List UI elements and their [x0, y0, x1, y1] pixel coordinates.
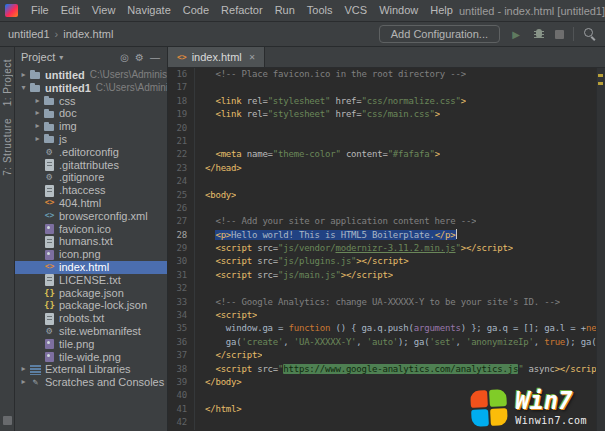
tool-strip-project-tab[interactable]: 1: Project	[2, 59, 13, 106]
code-line-26[interactable]: 26	[168, 202, 605, 215]
tree-item-site.webmanifest[interactable]: ⚙site.webmanifest	[15, 325, 167, 338]
project-panel-title[interactable]: Project	[21, 51, 55, 63]
chevron-right-icon[interactable]: ▸	[18, 376, 29, 389]
stop-icon[interactable]	[555, 30, 564, 39]
tree-item-index.html[interactable]: <>index.html	[15, 261, 167, 274]
code-line-16[interactable]: 16 <!-- Place favicon.ico in the root di…	[168, 68, 605, 81]
tree-item-package.json[interactable]: {}package.json	[15, 287, 167, 300]
menu-item-view[interactable]: View	[86, 0, 122, 21]
menu-item-edit[interactable]: Edit	[55, 0, 86, 21]
menu-item-help[interactable]: Help	[424, 0, 459, 21]
menu-item-tools[interactable]: Tools	[301, 0, 339, 21]
code-line-32[interactable]: 32	[168, 282, 605, 295]
error-stripe[interactable]	[596, 68, 605, 431]
code-line-35[interactable]: 35 window.ga = function () { ga.q.push(a…	[168, 322, 605, 335]
breadcrumb-project[interactable]: untitled1	[8, 28, 50, 40]
tree-item-robots.txt[interactable]: robots.txt	[15, 312, 167, 325]
chevron-right-icon[interactable]: ▸	[32, 120, 43, 133]
line-number: 18	[168, 95, 195, 108]
code-line-19[interactable]: 19 <link rel="stylesheet" href="css/main…	[168, 108, 605, 121]
navigation-bar: untitled1 › index.html Add Configuration…	[0, 22, 605, 47]
tree-item-browserconfig.xml[interactable]: <>browserconfig.xml	[15, 210, 167, 223]
code-line-23[interactable]: 23</head>	[168, 162, 605, 175]
code-line-18[interactable]: 18 <link rel="stylesheet" href="css/norm…	[168, 95, 605, 108]
tree-item-untitled1[interactable]: ▾untitled1C:\Users\Administrat	[15, 82, 167, 95]
tool-strip-structure-tab[interactable]: 7: Structure	[2, 118, 13, 176]
chevron-right-icon[interactable]: ▸	[18, 69, 29, 82]
code-line-21[interactable]: 21	[168, 135, 605, 148]
menu-item-vcs[interactable]: VCS	[339, 0, 374, 21]
code-line-17[interactable]: 17	[168, 81, 605, 94]
chevron-down-icon[interactable]: ▾	[59, 53, 63, 62]
menu-item-refactor[interactable]: Refactor	[215, 0, 269, 21]
search-icon[interactable]	[583, 27, 597, 41]
tree-item-tile-wide.png[interactable]: tile-wide.png	[15, 351, 167, 364]
menu-item-run[interactable]: Run	[269, 0, 301, 21]
add-configuration-button[interactable]: Add Configuration...	[379, 25, 500, 43]
code-line-27[interactable]: 27 <!-- Add your site or application con…	[168, 215, 605, 228]
warning-mark[interactable]	[598, 74, 603, 77]
code-line-20[interactable]: 20	[168, 122, 605, 135]
tree-item-.editorconfig[interactable]: ⚙.editorconfig	[15, 146, 167, 159]
tree-item-doc[interactable]: ▸doc	[15, 107, 167, 120]
warning-mark[interactable]	[598, 82, 603, 85]
settings-gear-icon[interactable]: ⚙	[134, 52, 145, 63]
code-line-25[interactable]: 25<body>	[168, 189, 605, 202]
code-editor[interactable]: 16 <!-- Place favicon.ico in the root di…	[168, 68, 605, 431]
tree-item-external-libraries[interactable]: ▸External Libraries	[15, 363, 167, 376]
tree-item-humans.txt[interactable]: humans.txt	[15, 235, 167, 248]
chevron-right-icon[interactable]: ▸	[32, 95, 43, 108]
menu-item-code[interactable]: Code	[177, 0, 215, 21]
tree-item-.gitignore[interactable]: ⚙.gitignore	[15, 171, 167, 184]
chevron-right-icon[interactable]: ▸	[32, 133, 43, 146]
tree-item-img[interactable]: ▸img	[15, 120, 167, 133]
code-line-31[interactable]: 31 <script src="js/main.js"></script>	[168, 269, 605, 282]
tree-item-package-lock.json[interactable]: {}package-lock.json	[15, 299, 167, 312]
locate-file-icon[interactable]: ◎	[119, 52, 130, 63]
run-icon[interactable]: ▶	[509, 27, 523, 41]
menu-item-window[interactable]: Window	[373, 0, 424, 21]
menu-item-file[interactable]: File	[25, 0, 55, 21]
chevron-right-icon[interactable]: ▸	[18, 363, 29, 376]
code-line-28[interactable]: 28 <p>Hello world! This is HTML5 Boilerp…	[168, 229, 605, 242]
tree-item-.gitattributes[interactable]: .gitattributes	[15, 159, 167, 172]
tab-close-icon[interactable]: ✕	[249, 53, 256, 62]
code-text: </head>	[195, 162, 242, 175]
chevron-right-icon[interactable]: ▸	[32, 107, 43, 120]
tree-item-untitled[interactable]: ▸untitledC:\Users\Administrato	[15, 69, 167, 82]
code-line-38[interactable]: 38 <script src="https://www.google-analy…	[168, 363, 605, 376]
tree-item-license.txt[interactable]: LICENSE.txt	[15, 274, 167, 287]
hide-panel-icon[interactable]: —	[149, 52, 161, 63]
code-line-37[interactable]: 37 </script>	[168, 349, 605, 362]
tree-item-favicon.ico[interactable]: favicon.ico	[15, 223, 167, 236]
tree-item-scratches-and-consoles[interactable]: ▸✎Scratches and Consoles	[15, 376, 167, 389]
code-line-36[interactable]: 36 ga('create', 'UA-XXXXX-Y', 'auto'); g…	[168, 336, 605, 349]
project-panel: Project ▾ ◎ ⚙ — ▸untitledC:\Users\Admini…	[15, 47, 168, 431]
code-text: <link rel="stylesheet" href="css/main.cs…	[195, 108, 440, 121]
debug-bug-icon[interactable]	[532, 27, 546, 41]
code-text: <script>	[195, 309, 257, 322]
tree-item-css[interactable]: ▸css	[15, 95, 167, 108]
code-line-22[interactable]: 22 <meta name="theme-color" content="#fa…	[168, 148, 605, 161]
tree-item-label: untitled	[45, 69, 85, 82]
code-text: <!-- Place favicon.ico in the root direc…	[195, 68, 466, 81]
code-line-29[interactable]: 29 <script src="js/vendor/modernizr-3.11…	[168, 242, 605, 255]
code-line-24[interactable]: 24	[168, 175, 605, 188]
code-text: <script src="js/vendor/modernizr-3.11.2.…	[195, 242, 513, 255]
menu-item-navigate[interactable]: Navigate	[121, 0, 176, 21]
tool-windows-icon[interactable]	[3, 416, 12, 425]
tab-index-html[interactable]: <> index.html ✕	[168, 47, 265, 67]
chevron-down-icon[interactable]: ▾	[18, 82, 29, 95]
code-line-33[interactable]: 33 <!-- Google Analytics: change UA-XXXX…	[168, 296, 605, 309]
tree-item-tile.png[interactable]: tile.png	[15, 338, 167, 351]
tree-item-icon.png[interactable]: icon.png	[15, 248, 167, 261]
tree-item-.htaccess[interactable]: .htaccess	[15, 184, 167, 197]
lib-icon	[29, 364, 42, 376]
text-icon	[43, 274, 56, 286]
line-number: 23	[168, 162, 195, 175]
tree-item-404.html[interactable]: <>404.html	[15, 197, 167, 210]
tree-item-js[interactable]: ▸js	[15, 133, 167, 146]
code-line-34[interactable]: 34 <script>	[168, 309, 605, 322]
breadcrumb-file[interactable]: index.html	[63, 28, 113, 40]
code-line-30[interactable]: 30 <script src="js/plugins.js"></script>	[168, 255, 605, 268]
